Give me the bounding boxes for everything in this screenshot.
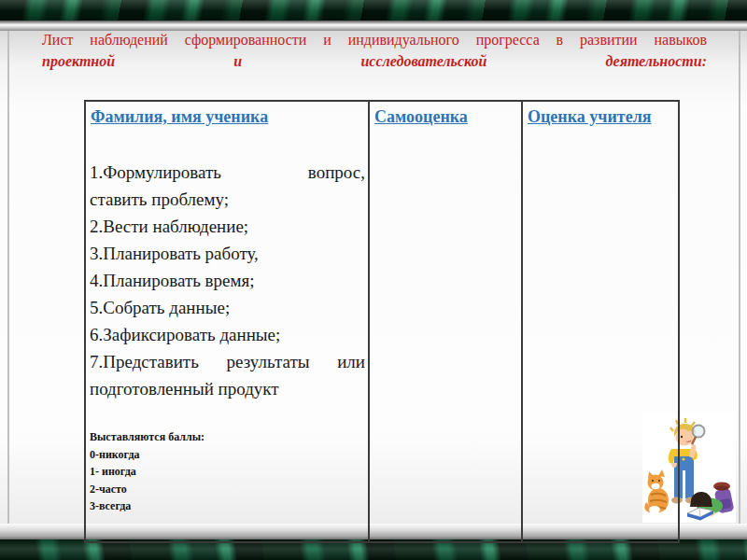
skill-line: 7.Представить результаты или bbox=[90, 348, 365, 375]
skills-list: 1.Формулировать вопрос, ставить проблему… bbox=[86, 159, 368, 402]
slide-title: Лист наблюдений сформированности и индив… bbox=[42, 29, 707, 72]
header-teacher-assessment: Оценка учителя bbox=[523, 102, 678, 128]
scoring-item: 1- иногда bbox=[90, 463, 368, 481]
skill-line: 3.Планировать работу, bbox=[90, 240, 365, 267]
skill-line: подготовленный продукт bbox=[90, 375, 365, 402]
column-teacher-assessment: Оценка учителя bbox=[521, 102, 678, 541]
left-edge-line bbox=[7, 31, 9, 524]
right-edge-line bbox=[739, 31, 740, 524]
top-green-satin-band bbox=[0, 0, 747, 21]
scoring-item: 2-часто bbox=[90, 481, 368, 498]
slide-title-line2: проектной и исследовательской деятельнос… bbox=[42, 50, 707, 72]
presentation-slide: Лист наблюдений сформированности и индив… bbox=[0, 0, 747, 560]
skill-line: 5.Собрать данные; bbox=[90, 294, 365, 321]
column-self-assessment: Самооценка bbox=[368, 102, 521, 541]
skill-line: 4.Планировать время; bbox=[90, 267, 365, 294]
scoring-legend: Выставляются баллы: 0-никогда 1- иногда … bbox=[86, 428, 368, 515]
skill-line: 2.Вести наблюдение; bbox=[90, 213, 365, 240]
header-student-name: Фамилия, имя ученика bbox=[86, 102, 368, 128]
skill-line: 6.Зафиксировать данные; bbox=[90, 321, 365, 348]
skill-line: 1.Формулировать вопрос, bbox=[90, 159, 365, 186]
scoring-item: 3-всегда bbox=[90, 497, 368, 515]
observation-table: Фамилия, имя ученика 1.Формулировать воп… bbox=[84, 100, 680, 543]
header-self-assessment: Самооценка bbox=[370, 102, 521, 128]
skill-line: ставить проблему; bbox=[90, 186, 365, 213]
scoring-item: 0-никогда bbox=[90, 446, 368, 464]
slide-title-line1: Лист наблюдений сформированности и индив… bbox=[42, 29, 707, 50]
scoring-title: Выставляются баллы: bbox=[90, 428, 368, 446]
column-student-name: Фамилия, имя ученика 1.Формулировать воп… bbox=[86, 102, 368, 541]
